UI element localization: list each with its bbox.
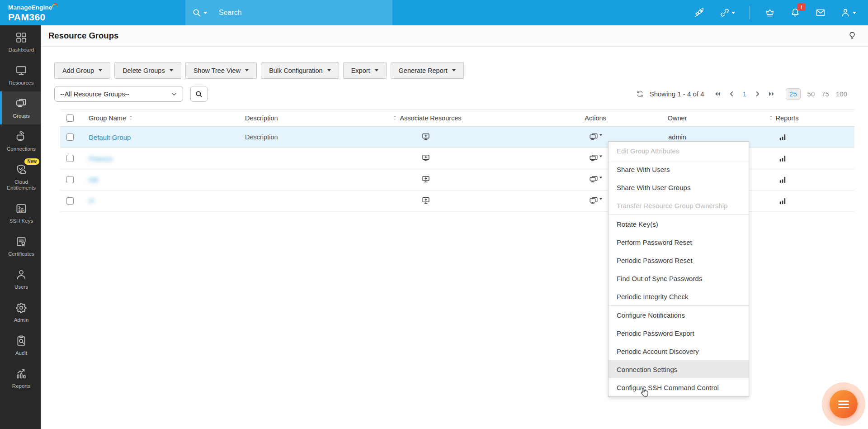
- current-page-number[interactable]: 1: [743, 90, 746, 98]
- crown-button[interactable]: [764, 7, 775, 18]
- report-icon[interactable]: [778, 196, 787, 205]
- report-icon[interactable]: [778, 133, 787, 142]
- previous-page-icon[interactable]: [728, 90, 736, 98]
- menu-item-perform-password-reset[interactable]: Perform Password Reset: [609, 233, 749, 251]
- sidebar-item-users[interactable]: Users: [0, 262, 41, 296]
- column-header-associate-resources[interactable]: Associate Resources: [357, 114, 535, 122]
- first-page-icon[interactable]: [714, 90, 722, 98]
- sort-icon[interactable]: [392, 114, 398, 121]
- delete-groups-button[interactable]: Delete Groups: [114, 62, 181, 79]
- bell-button[interactable]: !: [790, 7, 801, 18]
- pagination-showing-text: Showing 1 - 4 of 4: [650, 90, 704, 98]
- new-badge: New: [24, 158, 39, 165]
- actions-menu-button[interactable]: [589, 153, 603, 163]
- header-divider: [750, 6, 750, 19]
- mail-icon: [815, 7, 826, 18]
- associate-resources-icon[interactable]: [421, 175, 431, 185]
- caret-down-icon: [170, 69, 173, 72]
- ssh-keys-icon: SSH: [15, 202, 28, 215]
- search-icon[interactable]: [192, 8, 202, 18]
- connections-icon: [15, 130, 28, 143]
- show-tree-view-button[interactable]: Show Tree View: [185, 62, 257, 79]
- row-checkbox[interactable]: [66, 155, 74, 162]
- page-size-50[interactable]: 50: [807, 90, 815, 98]
- rocket-button[interactable]: [694, 7, 705, 18]
- page-size-25[interactable]: 25: [786, 88, 801, 100]
- filter-search-button[interactable]: [190, 86, 208, 102]
- sort-icon[interactable]: [768, 114, 774, 121]
- export-button[interactable]: Export: [343, 62, 387, 79]
- sidebar-item-ssh-keys[interactable]: SSH SSH Keys: [0, 196, 41, 229]
- filter-selected-value: --All Resource Groups--: [60, 91, 129, 98]
- menu-item-share-with-user-groups[interactable]: Share With User Groups: [609, 178, 749, 196]
- page-size-100[interactable]: 100: [836, 90, 847, 98]
- menu-item-configure-notifications[interactable]: Configure Notifications: [609, 306, 749, 324]
- link-button[interactable]: [719, 7, 735, 18]
- global-search[interactable]: [185, 0, 392, 25]
- actions-menu-button[interactable]: [589, 132, 603, 142]
- page-size-75[interactable]: 75: [821, 90, 829, 98]
- brand-logo[interactable]: ManageEngine PAM360: [8, 4, 58, 22]
- rocket-icon: [694, 7, 705, 18]
- menu-item-rotate-key-s[interactable]: Rotate Key(s): [609, 215, 749, 233]
- actions-menu-button[interactable]: [589, 175, 603, 185]
- caret-down-icon: [599, 198, 602, 200]
- column-header-description: Description: [236, 114, 357, 122]
- report-icon[interactable]: [778, 175, 787, 184]
- group-name-link[interactable]: IT: [89, 197, 94, 205]
- add-group-button[interactable]: Add Group: [54, 62, 110, 79]
- group-name-link[interactable]: Default Group: [89, 133, 131, 141]
- menu-item-configure-ssh-command-control[interactable]: Configure SSH Command Control: [609, 378, 749, 396]
- mail-button[interactable]: [815, 7, 826, 18]
- certificates-icon: [15, 235, 28, 248]
- menu-item-share-with-users[interactable]: Share With Users: [609, 160, 749, 178]
- actions-icon: [589, 153, 599, 163]
- row-checkbox[interactable]: [66, 176, 74, 183]
- group-name-link[interactable]: HR: [89, 176, 99, 184]
- search-input[interactable]: [218, 8, 367, 17]
- column-header-group-name[interactable]: Group Name: [80, 114, 236, 122]
- group-description: Description: [245, 133, 278, 141]
- quick-actions-fab-button[interactable]: [830, 390, 858, 418]
- associate-resources-icon[interactable]: [421, 153, 431, 163]
- sidebar-item-connections[interactable]: Connections: [0, 124, 41, 157]
- actions-menu-button[interactable]: [589, 196, 603, 206]
- user-button[interactable]: [840, 7, 856, 18]
- menu-item-connection-settings[interactable]: Connection Settings: [609, 360, 749, 378]
- hamburger-icon: [838, 400, 849, 402]
- menu-item-edit-group-attributes: Edit Group Attributes: [609, 142, 749, 160]
- sidebar-item-cloud-entitlements[interactable]: New Cloud Entitlements: [0, 157, 41, 196]
- report-icon[interactable]: [778, 154, 787, 163]
- sidebar-item-groups[interactable]: Groups: [0, 91, 41, 124]
- sidebar-item-reports[interactable]: Reports: [0, 362, 41, 395]
- last-page-icon[interactable]: [768, 90, 775, 98]
- sidebar-item-resources[interactable]: Resources: [0, 58, 41, 91]
- select-all-checkbox[interactable]: [66, 114, 74, 122]
- associate-resources-icon[interactable]: [421, 132, 431, 142]
- sidebar-item-dashboard[interactable]: Dashboard: [0, 25, 41, 58]
- next-page-icon[interactable]: [754, 90, 761, 98]
- menu-item-periodic-integrity-check[interactable]: Periodic Integrity Check: [609, 287, 749, 305]
- menu-item-periodic-password-reset[interactable]: Periodic Password Reset: [609, 251, 749, 269]
- refresh-icon[interactable]: [636, 90, 644, 98]
- help-lightbulb-icon[interactable]: [847, 31, 857, 41]
- column-header-reports[interactable]: Reports: [699, 114, 854, 122]
- bulk-configuration-button[interactable]: Bulk Configuration: [261, 62, 339, 79]
- search-scope-caret-icon[interactable]: [203, 12, 207, 14]
- sidebar-item-certificates[interactable]: Certificates: [0, 229, 41, 262]
- resource-group-filter-select[interactable]: --All Resource Groups--: [54, 86, 183, 102]
- menu-item-periodic-password-export[interactable]: Periodic Password Export: [609, 324, 749, 342]
- page-header: Resource Groups: [41, 25, 868, 47]
- sidebar-item-admin[interactable]: Admin: [0, 296, 41, 329]
- generate-report-button[interactable]: Generate Report: [391, 62, 464, 79]
- menu-item-periodic-account-discovery[interactable]: Periodic Account Discovery: [609, 342, 749, 360]
- associate-resources-icon[interactable]: [421, 196, 431, 206]
- row-checkbox[interactable]: [66, 197, 74, 205]
- caret-down-icon: [327, 69, 331, 72]
- row-checkbox[interactable]: [66, 133, 74, 141]
- menu-item-find-out-of-sync-passwords[interactable]: Find Out of Sync Passwords: [609, 269, 749, 287]
- sidebar-item-audit[interactable]: Audit: [0, 329, 41, 362]
- group-name-link[interactable]: Finance: [89, 155, 113, 162]
- filter-row: --All Resource Groups-- Showing 1 - 4 of…: [54, 86, 854, 102]
- sort-icon[interactable]: [127, 114, 134, 121]
